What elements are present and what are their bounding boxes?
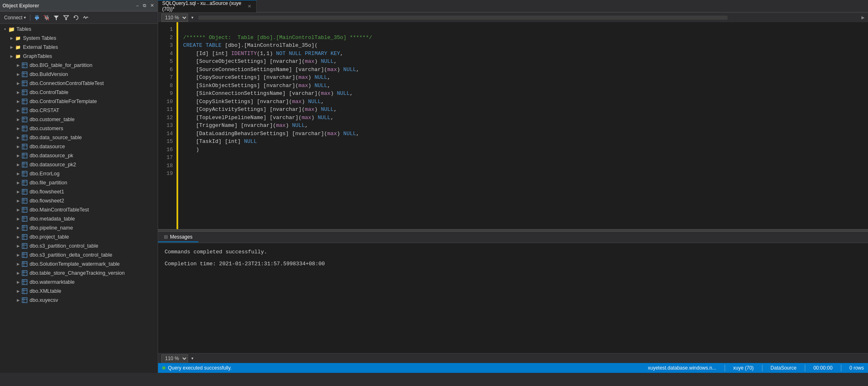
table-item-build[interactable]: ▶ dbo.BuildVersion [0,70,158,79]
table-label: dbo.CRSTAT [30,108,59,113]
table-label: dbo.SolutionTemplate_watermark_table [30,261,120,267]
expand-icon: ▶ [15,243,21,249]
table-item-datasourcetable[interactable]: ▶ dbo.data_source_table [0,133,158,142]
svg-rect-1 [37,15,38,17]
table-label: dbo.datasource_pk [30,153,73,159]
filter-button[interactable] [62,14,71,21]
table-label: dbo.MainControlTableTest [30,207,89,213]
table-item-ct-version[interactable]: ▶ dbo.table_store_ChangeTracking_version [0,269,158,278]
svg-rect-78 [22,262,27,267]
table-item-fp[interactable]: ▶ dbo.file_partition [0,178,158,187]
table-icon [21,270,28,276]
table-item-flow2[interactable]: ▶ dbo.flowsheet2 [0,196,158,205]
completion-message: Commands completed successfully. [165,248,861,257]
oe-tree[interactable]: ▾ 📁 Tables ▶ 📁 System Tables ▶ 📁 Externa… [0,24,158,373]
refresh-filter-button[interactable] [52,14,61,21]
table-item-xuye[interactable]: ▶ dbo.xuyecsv [0,296,158,305]
close-panel-button[interactable]: ✕ [149,2,155,9]
table-item-dspk[interactable]: ▶ dbo.datasource_pk [0,151,158,160]
table-icon [21,152,28,159]
svg-rect-33 [22,126,27,131]
table-item-sol[interactable]: ▶ dbo.SolutionTemplate_watermark_table [0,260,158,269]
svg-rect-36 [22,135,27,140]
table-item-mct[interactable]: ▶ dbo.MainControlTableTest [0,205,158,214]
right-scrollbar-editor[interactable] [863,22,868,229]
refresh-button[interactable] [71,14,80,21]
editor-content[interactable]: 12345678910111213141516171819 /****** Ob… [158,22,868,229]
zoom-select-bottom[interactable]: 110 % 100 % 125 % [161,354,188,363]
rows-label: 0 rows [850,365,864,371]
zoom-dropdown-top[interactable]: ▾ [190,14,195,21]
table-icon [21,261,28,267]
svg-marker-11 [74,16,76,18]
h-scrollbar-bottom[interactable] [198,356,865,361]
svg-rect-48 [22,171,27,176]
system-tables-folder-icon: 📁 [15,35,21,41]
graph-tables-folder-icon: 📁 [15,53,21,60]
tables-root-item[interactable]: ▾ 📁 Tables [0,25,158,34]
table-item-pipeline[interactable]: ▶ dbo.pipeline_name [0,223,158,232]
disconnect-icon [44,15,49,21]
table-icon [21,243,28,249]
table-item-project[interactable]: ▶ dbo.project_table [0,232,158,241]
connect-label: Connect [4,15,23,21]
table-item-big[interactable]: ▶ dbo.BIG_table_for_partition [0,61,158,70]
table-label: dbo.customers [30,126,63,131]
table-label: dbo.s3_partition_control_table [30,243,98,249]
zoom-bar-top: 110 % 100 % 125 % ▾ ▶ [158,12,868,22]
connect-db-button[interactable] [32,14,41,21]
status-left: Query executed successfully. [162,365,648,371]
results-content: Commands completed successfully. Complet… [158,243,868,353]
main-layout: Object Explorer − ⧉ ✕ Connect ▾ [0,0,868,373]
svg-rect-81 [22,271,27,276]
connect-button[interactable]: Connect ▾ [2,14,28,21]
code-display[interactable]: /****** Object: Table [dbo].[MainControl… [178,22,863,229]
table-item-ctft[interactable]: ▶ dbo.ControlTableForTemplate [0,97,158,106]
table-item-ct[interactable]: ▶ dbo.ControlTable [0,88,158,97]
table-label-big: dbo.BIG_table_for_partition [30,62,92,68]
tab-close-icon[interactable]: ✕ [247,3,252,9]
h-scrollbar-top[interactable] [198,16,860,20]
expand-icon: ▶ [15,179,21,186]
messages-tab-icon: ⊞ [164,234,168,240]
status-green-dot [162,366,165,370]
table-item-meta[interactable]: ▶ dbo.metadata_table [0,214,158,223]
zoom-select-top[interactable]: 110 % 100 % 125 % [161,14,188,22]
h-scroll-right-arrow[interactable]: ▶ [861,15,865,20]
disconnect-db-button[interactable] [42,14,51,21]
messages-tab[interactable]: ⊞ Messages [158,232,198,242]
table-label: dbo.ConnectionControlTableTest [30,80,104,86]
table-icon [21,125,28,132]
table-item-s3p[interactable]: ▶ dbo.s3_partition_control_table [0,241,158,250]
table-item-dspk2[interactable]: ▶ dbo.datasource_pk2 [0,160,158,169]
query-tab[interactable]: SQLQuery1.sql - xu...aSource (xuye (70))… [158,0,257,12]
expand-icon: ▶ [15,80,21,87]
table-item-cct[interactable]: ▶ dbo.ConnectionControlTableTest [0,79,158,88]
svg-rect-5 [47,15,48,17]
table-item-custable[interactable]: ▶ dbo.customer_table [0,115,158,124]
svg-rect-15 [22,72,27,77]
table-item-customers[interactable]: ▶ dbo.customers [0,124,158,133]
table-item-crstat[interactable]: ▶ dbo.CRSTAT [0,106,158,115]
table-item-s3pd[interactable]: ▶ dbo.s3_partition_delta_control_table [0,250,158,260]
graph-tables-item[interactable]: ▶ 📁 GraphTables [0,52,158,61]
table-item-errorlog[interactable]: ▶ dbo.ErrorLog [0,169,158,178]
sql-editor: 110 % 100 % 125 % ▾ ▶ 123456789101112131… [158,12,868,363]
table-icon [21,225,28,231]
table-label: dbo.flowsheet2 [30,198,64,204]
pin-button[interactable]: − [135,3,140,9]
table-item-watermark[interactable]: ▶ dbo.watermarktable [0,278,158,287]
zoom-dropdown-bottom[interactable]: ▾ [190,355,195,361]
table-item-flow1[interactable]: ▶ dbo.flowsheet1 [0,187,158,196]
table-label: dbo.BuildVersion [30,71,68,77]
filter-refresh-icon [53,15,59,21]
table-item-datasource[interactable]: ▶ dbo.datasource [0,142,158,151]
table-label: dbo.customer_table [30,117,75,122]
svg-rect-7 [46,19,47,20]
system-tables-item[interactable]: ▶ 📁 System Tables [0,34,158,43]
table-icon [21,170,28,177]
external-tables-item[interactable]: ▶ 📁 External Tables [0,43,158,52]
table-item-xml[interactable]: ▶ dbo.XMLtable [0,287,158,296]
activity-monitor-button[interactable] [81,14,90,21]
float-button[interactable]: ⧉ [142,2,147,9]
